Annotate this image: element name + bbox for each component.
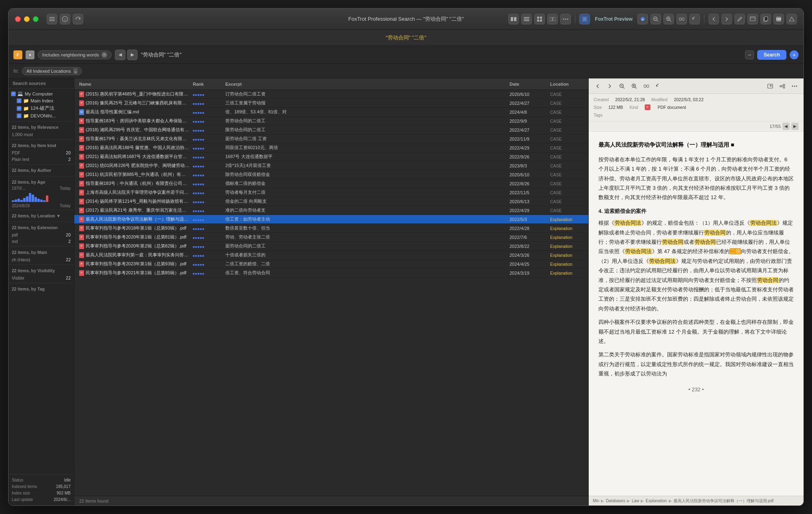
layout-columns-button[interactable] bbox=[547, 14, 558, 24]
copy-button[interactable] bbox=[760, 14, 771, 24]
preview-zoom-out-button[interactable] bbox=[617, 81, 627, 91]
table-row[interactable]: P指导案例179号：聂美兰诉北京林氏兄弟文化有限公司... ■■■■■ 面劳动合… bbox=[74, 134, 588, 143]
forward-button[interactable] bbox=[721, 14, 732, 24]
indexed-key: Indexed items bbox=[12, 484, 37, 490]
rotate-button[interactable] bbox=[689, 14, 700, 24]
col-name[interactable]: Name bbox=[78, 82, 191, 87]
checkbox-mycomputer[interactable]: ✓ bbox=[11, 91, 16, 96]
cell-excerpt: 面劳动合同二倍 工资 bbox=[224, 136, 508, 142]
minimize-button[interactable] bbox=[24, 16, 30, 22]
layout-grid-button[interactable] bbox=[534, 14, 545, 24]
back-button[interactable] bbox=[708, 14, 719, 24]
layout-more-button[interactable] bbox=[560, 14, 571, 24]
ext-md-stat: md 2 bbox=[9, 238, 74, 245]
zoom-in-button[interactable] bbox=[663, 14, 674, 24]
maximize-button[interactable] bbox=[33, 16, 39, 22]
cell-location: CASE bbox=[549, 181, 585, 186]
preview-back-button[interactable] bbox=[593, 81, 603, 91]
preview-para-3: 四种小额案件不仅要求争议标的符合前述四种类型，在金额上也同样存在限制，即金额不超… bbox=[598, 317, 794, 346]
includes-pill[interactable]: Includes neighboring words ✕ bbox=[38, 50, 112, 59]
sidebar-item-mycomputer[interactable]: ✓ 💻 My Computer bbox=[9, 90, 74, 97]
preview-rotate-button[interactable] bbox=[654, 81, 663, 91]
share-button[interactable] bbox=[747, 14, 758, 24]
annotate-button[interactable] bbox=[734, 14, 745, 24]
table-row[interactable]: P(2011) 杭滨民初字第885号_中兴通讯（杭州）有限责... ■■■■■ … bbox=[74, 170, 588, 179]
table-row[interactable]: P指导案例183号：中兴通讯（杭州）有限责任公司诉王臻... ■■■■■ 倡标准… bbox=[74, 179, 588, 188]
close-button[interactable] bbox=[15, 16, 21, 22]
cell-date: 2024/4/8 bbox=[508, 110, 549, 115]
table-row[interactable]: P民事审判指导与参考2021年第1辑（总第85辑）.pdf ■■■■■ 倍工资、… bbox=[74, 269, 588, 278]
zoom-out-button[interactable] bbox=[650, 14, 661, 24]
table-row[interactable]: P指导案例183号：房玥诉中美联泰大都会人寿保险有限... ■■■■■ 答劳动合… bbox=[74, 117, 588, 126]
preview-toggle-button[interactable] bbox=[579, 14, 590, 24]
refresh-button[interactable] bbox=[73, 14, 83, 24]
checkbox-mainindex[interactable]: ✓ bbox=[17, 98, 22, 103]
folder-icon-mainindex: 📁 bbox=[23, 98, 29, 104]
table-row[interactable]: P民事审判指导与参考2020年第2辑（总第82辑）.pdf ■■■■■ 面劳动合… bbox=[74, 242, 588, 251]
prev-page-button[interactable]: ◀ bbox=[782, 123, 790, 130]
table-row[interactable]: P(2018) 湘民再299号 肖庆宏、中国联合网络通信有限... ■■■■■ … bbox=[74, 126, 588, 134]
includes-remove-button[interactable]: ✕ bbox=[102, 52, 107, 58]
foxtrot-preview-label: FoxTrot Preview bbox=[595, 16, 633, 22]
preview-more-button[interactable] bbox=[790, 81, 799, 91]
next-result-button[interactable]: ▶ bbox=[127, 50, 138, 60]
sidebar-item-devonthink[interactable]: ✓ 📁 DEVONthi... bbox=[9, 112, 74, 119]
rank-indicator: ■■■■■ bbox=[193, 93, 205, 97]
table-row[interactable]: P(2015) 惠民初字第4685号_厦门中物投进出口有限公... ■■■■■ … bbox=[74, 90, 588, 99]
preview-forward-button[interactable] bbox=[605, 81, 615, 91]
cell-date: 2020/6/13 bbox=[508, 199, 549, 204]
table-row[interactable]: P民事审判指导与参考2023年第1辑（总第93辑）.pdf ■■■■■ 二倍工资… bbox=[74, 260, 588, 269]
foxtrot-logo2[interactable]: ● bbox=[26, 50, 35, 59]
age-end2: Today bbox=[60, 204, 71, 208]
location-pill[interactable]: All Indexed Locations ⌄ bbox=[22, 67, 82, 75]
foxtrot-addon-button[interactable]: + bbox=[637, 14, 648, 24]
actual-size-button[interactable] bbox=[676, 14, 687, 24]
svg-rect-36 bbox=[764, 17, 768, 21]
col-rank[interactable]: Rank bbox=[191, 82, 224, 87]
more-options-button[interactable] bbox=[786, 14, 797, 24]
file-type-icon: P bbox=[79, 163, 84, 169]
layout-list-button[interactable] bbox=[521, 14, 532, 24]
table-row[interactable]: P(2021) 最高法知民终1687号 大连佰通数据平台管理中... ■■■■■… bbox=[74, 152, 588, 161]
table-row[interactable]: P(2014) 扬民终字第1214号_周毅与扬州锦扬旅馆有限... ■■■■■ … bbox=[74, 197, 588, 206]
preview-open-button[interactable] bbox=[765, 81, 775, 91]
col-excerpt[interactable]: Excerpt bbox=[224, 82, 508, 87]
location-clear-button[interactable]: ⌄ bbox=[73, 68, 78, 74]
layout-split-button[interactable] bbox=[508, 14, 519, 24]
prev-result-button[interactable]: ◀ bbox=[115, 50, 125, 60]
table-row[interactable]: P(2017) 最法民再21号 康秀华、重庆华润万家生活超... ■■■■■ 准… bbox=[74, 206, 588, 215]
table-row[interactable]: M最高法 指导性案例汇编.md ■■■■■ 倍、189倍、53.4倍、81倍、对… bbox=[74, 108, 588, 117]
next-page-button[interactable]: ▶ bbox=[791, 123, 799, 130]
table-row[interactable]: P最高人民法院民事审判第一庭：民事审判实务问答.pdf ■■■■■ 十倍或者损失… bbox=[74, 251, 588, 260]
svg-line-52 bbox=[782, 85, 783, 86]
checkbox-devonthink[interactable]: ✓ bbox=[17, 113, 22, 118]
table-row[interactable]: P最高人民法院新劳动争议司法解释（一）理解与适用.pdf ■■■■■ 偿工资：如… bbox=[74, 215, 588, 224]
page-info: 17/55 bbox=[769, 124, 781, 129]
foxtrot-logo[interactable]: F bbox=[13, 50, 22, 59]
preview-zoom-actual-button[interactable] bbox=[641, 81, 651, 91]
sidebar-item-124[interactable]: ✓ 📁 124-破产法 bbox=[9, 104, 74, 112]
table-row[interactable]: P(2016) 豫民再25号 卫元峰与三门峡豫西机床有限公司... ■■■■■ … bbox=[74, 99, 588, 108]
add-criterion-button[interactable]: + bbox=[790, 50, 799, 59]
table-row[interactable]: P(2021) 统01民终226号 肥东凯悦中学、闽明健劳动争... ■■■■■… bbox=[74, 161, 588, 170]
remove-criterion-button[interactable]: − bbox=[745, 50, 754, 59]
meta-modified-val: 2022/5/3, 03:22 bbox=[674, 96, 704, 104]
search-button[interactable]: Search bbox=[757, 50, 786, 60]
preview-zoom-in-button[interactable] bbox=[629, 81, 639, 91]
cell-name: P最高人民法院民事审判第一庭：民事审判实务问答.pdf bbox=[78, 252, 191, 258]
col-location[interactable]: Location bbox=[549, 82, 585, 87]
table-row[interactable]: P民事审判指导与参考2020年第1辑（总第81辑）.pdf ■■■■■ 劳动、劳… bbox=[74, 233, 588, 242]
checkbox-124[interactable]: ✓ bbox=[17, 106, 22, 111]
table-row[interactable]: P上海市高级人民法院关于审理劳动争议案件若干问题的... ■■■■■ 劳动者每月… bbox=[74, 188, 588, 197]
table-row[interactable]: P民事审判指导与参考2018年第1辑（总第93辑）.pdf ■■■■■ 数倍甚至… bbox=[74, 224, 588, 233]
svg-rect-10 bbox=[537, 17, 539, 19]
export-button[interactable]: TXT bbox=[773, 14, 784, 24]
table-row[interactable]: P(2016) 最高法民再188号 藤世惠、中国人民政治协商... ■■■■■ … bbox=[74, 143, 588, 152]
sidebar-toggle-button[interactable] bbox=[47, 14, 57, 24]
search-input[interactable] bbox=[141, 52, 742, 58]
preview-share-button[interactable] bbox=[777, 81, 787, 91]
col-date[interactable]: Date bbox=[508, 82, 549, 87]
sidebar-item-mainindex[interactable]: ✓ 📁 Main Index bbox=[9, 97, 74, 104]
ext-pdf-val: 20 bbox=[66, 232, 71, 237]
info-button[interactable]: i bbox=[60, 14, 70, 24]
